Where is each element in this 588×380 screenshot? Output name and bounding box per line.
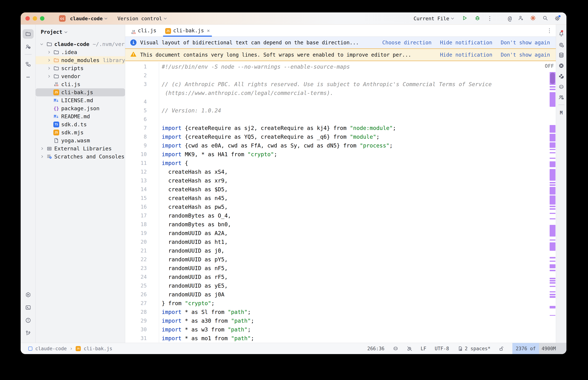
settings-gear-icon[interactable] (554, 16, 560, 21)
chevron-right-icon[interactable] (45, 51, 52, 53)
chevron-right-icon[interactable] (45, 67, 52, 69)
code-line[interactable]: 27} from "crypto"; (125, 299, 544, 307)
code-line[interactable]: 29import * as a30 from "path"; (125, 316, 544, 325)
line-number[interactable]: 3 (125, 80, 159, 89)
line-separator-widget[interactable]: LF (421, 346, 426, 351)
tree-item-vendor[interactable]: vendor (36, 72, 125, 80)
run-button[interactable] (462, 15, 468, 22)
line-number[interactable]: 5 (125, 106, 159, 115)
copilot-status-icon[interactable] (393, 346, 398, 351)
code-line[interactable]: 3// (c) Anthropic PBC. All rights reserv… (125, 80, 544, 89)
minimize-window-button[interactable] (33, 16, 37, 21)
close-window-button[interactable] (25, 16, 30, 21)
code-line[interactable]: 21 randomUUID as j0, (125, 246, 544, 255)
code-line[interactable]: 1#!/usr/bin/env -S node --no-warnings --… (125, 62, 544, 71)
close-icon[interactable]: × (207, 28, 210, 33)
tree-item-README.md[interactable]: M↓README.md (36, 113, 125, 120)
tree-item-LICENSE.md[interactable]: M↓LICENSE.md (36, 96, 125, 104)
tree-item-cli-bak.js[interactable]: JScli-bak.js (36, 88, 125, 96)
chevron-right-icon[interactable] (38, 156, 45, 157)
people-question-icon[interactable]: ? (21, 40, 36, 53)
code-editor[interactable]: 1#!/usr/bin/env -S node --no-warnings --… (125, 61, 556, 343)
line-number[interactable]: 24 (125, 272, 159, 281)
claude-star-icon[interactable] (530, 15, 536, 22)
notifications-icon[interactable] (558, 29, 564, 39)
line-number[interactable]: 21 (125, 246, 159, 255)
tree-item-sdk.mjs[interactable]: JSsdk.mjs (36, 129, 125, 136)
problems-icon[interactable] (21, 314, 36, 327)
breadcrumb-project[interactable]: claude-code (35, 346, 67, 351)
line-number[interactable]: 1 (125, 62, 159, 71)
code-line[interactable]: 16 createHash as pw5, (125, 202, 544, 211)
line-number[interactable]: 16 (125, 202, 159, 211)
line-number[interactable]: 4 (125, 97, 159, 106)
line-number[interactable]: 20 (125, 237, 159, 246)
code-line[interactable]: 28import * as Sl from "path"; (125, 307, 544, 316)
line-number[interactable]: 6 (125, 115, 159, 124)
code-line[interactable]: 13 createHash as xr9, (125, 176, 544, 185)
tree-item-Scratches and Consoles[interactable]: Scratches and Consoles (36, 152, 125, 161)
x-circle-icon[interactable] (558, 60, 564, 71)
line-number[interactable]: 14 (125, 185, 159, 194)
banner-link-choose-direction[interactable]: Choose direction (382, 40, 432, 46)
line-number[interactable]: 30 (125, 325, 159, 334)
tree-item-package.json[interactable]: {}package.json (36, 104, 125, 113)
tree-item-.idea[interactable]: .idea (36, 48, 125, 56)
code-line[interactable]: (https://www.anthropic.com/legal/commerc… (125, 89, 544, 97)
code-line[interactable]: 10import MK9, * as HA1 from "crypto"; (125, 150, 544, 159)
tree-item-cli.js[interactable]: 100JScli.js (36, 80, 125, 88)
line-number[interactable]: 22 (125, 255, 159, 264)
line-number[interactable]: 12 (125, 167, 159, 176)
code-line[interactable]: 15 createHash as n45, (125, 194, 544, 202)
mentions-icon[interactable]: @ (508, 15, 512, 21)
scrollbar-thumb[interactable] (550, 73, 555, 84)
vcs-widget-button[interactable]: Version control (116, 15, 168, 22)
tree-item-yoga.wasm[interactable]: yoga.wasm (36, 136, 125, 145)
code-line[interactable]: 11import { (125, 159, 544, 167)
more-icon[interactable]: ⋯ (21, 71, 36, 83)
git-branch-icon[interactable] (21, 327, 36, 340)
line-number[interactable]: 17 (125, 211, 159, 220)
line-number[interactable]: 10 (125, 150, 159, 159)
line-number[interactable] (125, 89, 159, 97)
code-line[interactable]: 23 randomUUID as nF5, (125, 264, 544, 272)
code-line[interactable]: 14 createHash as $D5, (125, 185, 544, 194)
chevron-right-icon[interactable] (38, 148, 45, 150)
code-line[interactable]: 17 randomBytes as O_4, (125, 211, 544, 220)
line-number[interactable]: 26 (125, 290, 159, 299)
code-line[interactable]: 26 randomUUID as j0A (125, 290, 544, 299)
code-line[interactable]: 20 randomUUID as ht1, (125, 237, 544, 246)
code-line[interactable]: 5// Version: 1.0.24 (125, 106, 544, 115)
code-with-me-icon[interactable] (558, 92, 564, 103)
maven-icon[interactable]: M (560, 108, 563, 118)
debug-icon[interactable] (474, 15, 481, 22)
services-icon[interactable] (21, 288, 36, 301)
line-number[interactable]: 9 (125, 141, 159, 150)
add-user-icon[interactable] (518, 15, 524, 22)
code-line[interactable]: 30import * as w3 from "path"; (125, 325, 544, 334)
structure-icon[interactable] (21, 58, 36, 71)
line-number[interactable]: 31 (125, 334, 159, 342)
project-panel-header[interactable]: Project (36, 27, 125, 36)
code-line[interactable]: 7import {createRequire as sj2, createReq… (125, 124, 544, 132)
terminal-icon[interactable] (21, 301, 36, 314)
line-number[interactable]: 27 (125, 299, 159, 307)
code-line[interactable]: 22 randomUUID as pY5, (125, 255, 544, 264)
tree-item-sdk.d.ts[interactable]: TSsdk.d.ts (36, 120, 125, 129)
ai-assistant-icon[interactable] (558, 39, 564, 50)
code-line[interactable]: 19 randomUUID as A2A, (125, 229, 544, 237)
copilot-icon[interactable] (558, 82, 564, 92)
line-number[interactable]: 23 (125, 264, 159, 272)
tree-item-node_modules[interactable]: node_moduleslibrary (36, 56, 125, 64)
line-number[interactable]: 2 (125, 71, 159, 80)
fullscreen-window-button[interactable] (40, 16, 44, 21)
banner-link-don-t-show-again[interactable]: Don't show again (501, 40, 550, 46)
tree-item-claude-code[interactable]: claude-code~/.nvm/vers (36, 40, 125, 48)
plugins-icon[interactable] (558, 71, 564, 82)
code-line[interactable]: 24 randomUUID as rF5, (125, 272, 544, 281)
code-line[interactable]: 12 createHash as xS4, (125, 167, 544, 176)
code-line[interactable]: 18 randomBytes as bn0, (125, 220, 544, 229)
line-number[interactable]: 29 (125, 316, 159, 325)
line-number[interactable]: 28 (125, 307, 159, 316)
search-icon[interactable] (542, 15, 548, 22)
